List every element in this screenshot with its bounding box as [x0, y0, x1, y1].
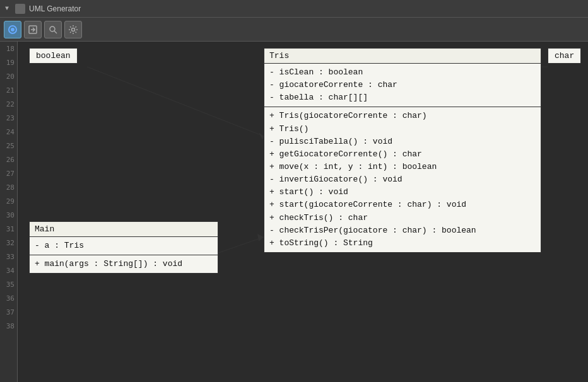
tris-method-10: - checkTrisPer(giocatore : char) : boole…	[269, 224, 536, 237]
char-box[interactable]: char	[548, 48, 581, 64]
svg-line-6	[87, 67, 264, 136]
line-32: 32	[0, 236, 17, 250]
main-attributes: - a : Tris	[30, 237, 218, 255]
line-19: 19	[0, 55, 17, 69]
tris-method-11: + toString() : String	[269, 237, 536, 250]
line-35: 35	[0, 277, 17, 291]
tris-method-4: + getGiocatoreCorrente() : char	[269, 148, 536, 161]
tris-attr-3: - tabella : char[][]	[269, 91, 536, 104]
svg-line-4	[54, 31, 57, 33]
svg-point-3	[50, 26, 55, 32]
line-37: 37	[0, 305, 17, 319]
line-26: 26	[0, 153, 17, 166]
line-22: 22	[0, 97, 17, 111]
line-38: 38	[0, 319, 17, 333]
tris-method-8: + start(giocatoreCorrente : char) : void	[269, 199, 536, 211]
line-30: 30	[0, 208, 17, 222]
char-label: char	[555, 51, 574, 61]
tris-method-9: + checkTris() : char	[269, 212, 536, 224]
line-25: 25	[0, 139, 17, 153]
toolbar-btn-settings[interactable]	[64, 21, 82, 38]
tris-attributes: - isClean : boolean - giocatoreCorrente …	[264, 64, 541, 107]
main-method-1: + main(args : String[]) : void	[35, 258, 213, 270]
tris-method-7: + start() : void	[269, 186, 536, 199]
canvas-area: 18 19 20 21 22 23 24 25 26 27 28 29 30 3…	[0, 42, 588, 382]
tris-box[interactable]: Tris - isClean : boolean - giocatoreCorr…	[264, 48, 541, 253]
line-29: 29	[0, 194, 17, 208]
line-18: 18	[0, 42, 17, 55]
title-chevron: ▼	[5, 5, 9, 12]
line-24: 24	[0, 125, 17, 139]
active-icon	[8, 25, 18, 35]
search-icon	[48, 25, 58, 35]
toolbar-btn-active[interactable]	[4, 21, 21, 38]
tris-attr-1: - isClean : boolean	[269, 66, 536, 79]
main-title: Main	[30, 222, 218, 237]
boolean-box[interactable]: boolean	[29, 48, 78, 64]
line-28: 28	[0, 180, 17, 194]
line-23: 23	[0, 111, 17, 125]
line-33: 33	[0, 250, 17, 263]
tris-attr-2: - giocatoreCorrente : char	[269, 79, 536, 91]
title-text: UML Generator	[29, 4, 81, 13]
tris-method-3: - pulisciTabella() : void	[269, 136, 536, 148]
main-box[interactable]: Main - a : Tris + main(args : String[]) …	[29, 221, 218, 274]
app-icon	[15, 4, 25, 14]
toolbar	[0, 18, 588, 42]
svg-marker-15	[257, 234, 264, 241]
line-numbers: 18 19 20 21 22 23 24 25 26 27 28 29 30 3…	[0, 42, 18, 382]
tris-title: Tris	[264, 49, 541, 64]
line-34: 34	[0, 263, 17, 277]
diagram-canvas: boolean char char[][] Tris - isClean : b…	[18, 42, 588, 382]
gear-icon	[68, 25, 78, 35]
line-31: 31	[0, 222, 17, 236]
line-21: 21	[0, 83, 17, 97]
main-methods: + main(args : String[]) : void	[30, 255, 218, 273]
main-attr-1: - a : Tris	[35, 240, 213, 252]
line-36: 36	[0, 291, 17, 305]
tris-method-6: - invertiGiocatore() : void	[269, 173, 536, 186]
line-20: 20	[0, 69, 17, 83]
svg-marker-7	[259, 132, 264, 140]
boolean-label: boolean	[36, 51, 71, 61]
title-bar: ▼ UML Generator	[0, 0, 588, 18]
toolbar-btn-search[interactable]	[44, 21, 62, 38]
tris-method-2: + Tris()	[269, 123, 536, 136]
line-27: 27	[0, 166, 17, 180]
svg-point-1	[11, 28, 15, 32]
tris-methods: + Tris(giocatoreCorrente : char) + Tris(…	[264, 107, 541, 252]
tris-method-5: + move(x : int, y : int) : boolean	[269, 161, 536, 173]
toolbar-btn-export[interactable]	[24, 21, 42, 38]
tris-method-1: + Tris(giocatoreCorrente : char)	[269, 110, 536, 122]
export-icon	[28, 25, 38, 35]
svg-point-5	[72, 28, 75, 31]
